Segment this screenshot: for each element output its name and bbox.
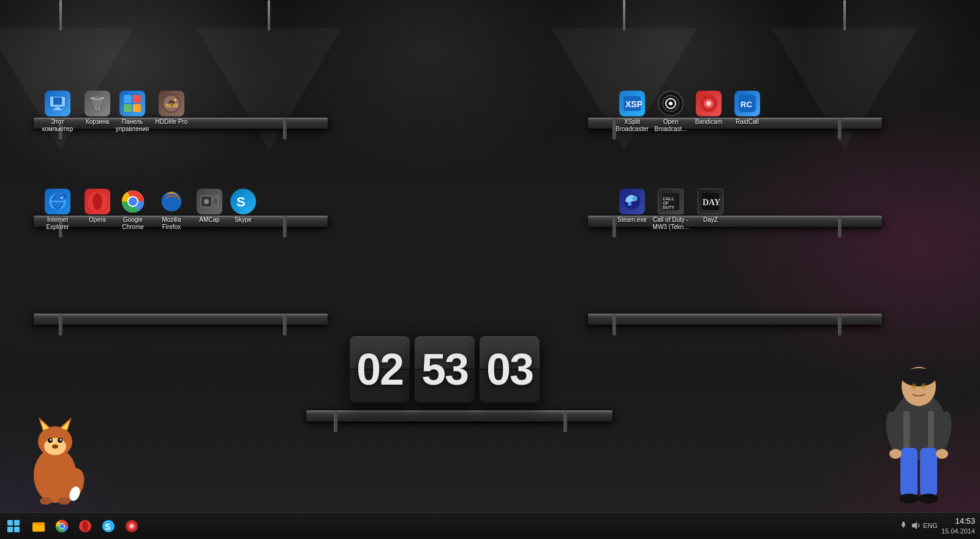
svg-rect-5 <box>95 95 100 98</box>
taskbar-time: 14:53 <box>941 516 975 527</box>
icon-hddlife[interactable]: HDD HDDlife Pro <box>152 91 191 126</box>
ie-label: InternetExplorer <box>46 216 69 231</box>
language-label: ENG <box>923 522 938 529</box>
steam-icon <box>619 189 645 214</box>
computer-label: Этоткомпьютер <box>42 118 73 133</box>
opera-label: Opera <box>89 216 106 224</box>
xsplit-icon: XSP <box>619 91 645 116</box>
spotlight-4 <box>843 0 846 31</box>
svg-point-77 <box>899 494 919 503</box>
taskbar-bandicam[interactable] <box>121 516 142 537</box>
icon-chrome[interactable]: GoogleChrome <box>113 189 153 231</box>
taskbar-date: 15.04.2014 <box>941 527 975 536</box>
clock-minutes: 53 <box>414 336 475 403</box>
cod-label: Call of Duty -MW3 (Tekn... <box>653 216 689 231</box>
icon-firefox[interactable]: MozillaFirefox <box>152 189 191 231</box>
icon-opera[interactable]: Opera <box>78 189 117 224</box>
svg-marker-95 <box>912 522 917 529</box>
cod-icon: CALL OF DUTY <box>658 189 684 214</box>
bracket-cb-1 <box>334 411 337 432</box>
svg-point-45 <box>628 202 631 206</box>
bandicam-icon <box>696 91 722 116</box>
steam-label: Steam.exe <box>617 216 647 224</box>
svg-point-79 <box>911 383 916 390</box>
svg-rect-9 <box>124 95 132 103</box>
bracket-tl-2 <box>283 118 287 140</box>
windows-icon <box>7 520 20 532</box>
bracket-bl-1 <box>59 314 62 336</box>
svg-point-81 <box>889 449 902 459</box>
dayz-label: DayZ <box>703 216 718 224</box>
svg-point-89 <box>82 521 88 532</box>
hddlife-icon: HDD <box>159 91 184 116</box>
taskbar-opera[interactable] <box>75 516 96 537</box>
skype-icon: S <box>230 189 256 214</box>
svg-marker-30 <box>212 196 218 207</box>
svg-rect-75 <box>900 448 918 497</box>
icon-trash[interactable]: Корзина <box>78 91 117 126</box>
svg-rect-1 <box>53 97 62 105</box>
amcap-label: AMCap <box>199 216 219 224</box>
taskbar-right: ENG 14:53 15.04.2014 <box>899 516 980 537</box>
firefox-icon <box>159 189 184 214</box>
raidcall-label: RaidCall <box>736 118 759 126</box>
svg-rect-2 <box>55 107 60 109</box>
svg-point-67 <box>58 497 70 505</box>
volume-icon <box>911 521 921 530</box>
clock-seconds: 03 <box>479 336 540 403</box>
svg-rect-10 <box>133 95 141 103</box>
icon-bandicam[interactable]: Bandicam <box>689 91 728 126</box>
icon-raidcall[interactable]: RC RaidCall <box>728 91 767 126</box>
ie-icon: e <box>45 189 70 214</box>
svg-text:DAYZ: DAYZ <box>703 198 720 207</box>
obs-label: OpenBroadcast... <box>654 118 687 133</box>
bracket-tr-2 <box>838 118 842 140</box>
svg-point-27 <box>129 197 137 206</box>
xsplit-label: XSplitBroadcaster <box>616 118 649 133</box>
svg-point-66 <box>40 497 52 505</box>
control-panel-label: Панельуправления <box>116 118 149 133</box>
hddlife-label: HDDlife Pro <box>156 118 188 126</box>
svg-point-40 <box>706 101 711 106</box>
icon-obs[interactable]: OpenBroadcast... <box>651 91 690 133</box>
svg-text:e: e <box>61 195 64 200</box>
svg-rect-3 <box>53 109 62 110</box>
chrome-icon <box>120 189 146 214</box>
icon-ie[interactable]: e InternetExplorer <box>38 189 77 231</box>
icon-control-panel[interactable]: Панельуправления <box>113 91 152 133</box>
svg-point-94 <box>130 524 134 528</box>
taskbar-file-explorer[interactable] <box>28 516 49 537</box>
svg-text:RC: RC <box>741 100 752 109</box>
taskbar-chrome[interactable] <box>51 516 72 537</box>
chrome-label: GoogleChrome <box>122 216 144 231</box>
icon-xsplit[interactable]: XSP XSplitBroadcaster <box>612 91 652 133</box>
icon-skype[interactable]: S Skype <box>224 189 263 224</box>
icon-dayz[interactable]: DAYZ DayZ <box>691 189 730 224</box>
taskbar: S ENG 14:53 15.04.2014 <box>0 512 980 539</box>
systray: ENG <box>899 521 938 530</box>
spotlight-2 <box>268 0 270 31</box>
svg-rect-84 <box>32 522 37 525</box>
clock-hours: 02 <box>349 336 410 403</box>
svg-text:CALL: CALL <box>663 197 674 201</box>
svg-line-8 <box>100 100 100 109</box>
fox-decoration <box>18 390 92 512</box>
start-button[interactable] <box>0 513 27 540</box>
svg-point-87 <box>59 524 64 529</box>
svg-point-63 <box>52 445 58 449</box>
svg-rect-11 <box>124 104 132 112</box>
taskbar-skype[interactable]: S <box>98 516 119 537</box>
bracket-mr-2 <box>838 216 842 238</box>
bracket-cb-2 <box>564 411 567 432</box>
svg-point-78 <box>919 494 938 503</box>
icon-computer[interactable]: Этоткомпьютер <box>38 91 77 133</box>
svg-rect-76 <box>920 448 937 497</box>
svg-point-82 <box>936 449 948 459</box>
dayz-icon: DAYZ <box>698 189 723 214</box>
spotlight-1 <box>59 0 62 31</box>
svg-point-62 <box>60 439 62 441</box>
svg-point-70 <box>902 368 936 386</box>
icon-steam[interactable]: Steam.exe <box>612 189 652 224</box>
icon-cod[interactable]: CALL OF DUTY Call of Duty -MW3 (Tekn... <box>651 189 690 231</box>
computer-icon <box>45 91 70 116</box>
